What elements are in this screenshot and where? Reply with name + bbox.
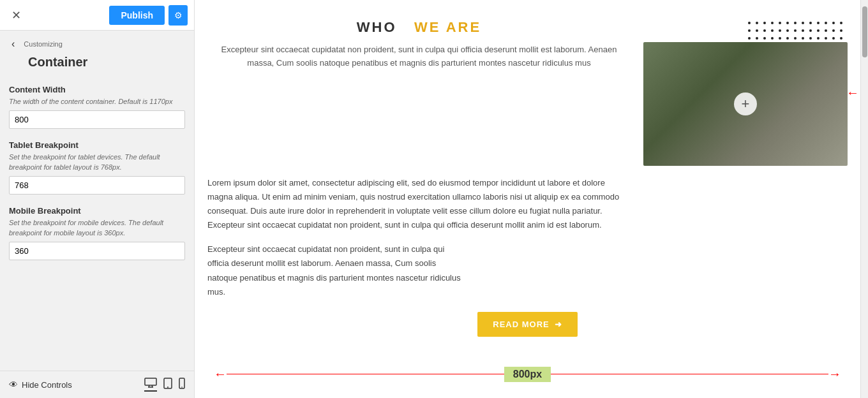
hide-controls-button[interactable]: 👁 Hide Controls — [9, 380, 72, 390]
photo-add-button[interactable]: + — [734, 92, 757, 115]
top-bar: ✕ Publish ⚙ — [0, 0, 194, 31]
content-width-label: Content Width — [9, 85, 185, 94]
excepteur-text: Excepteur sint occaecat cupidatat non pr… — [207, 242, 463, 298]
settings-button[interactable]: ⚙ — [168, 5, 188, 26]
publish-area: Publish ⚙ — [109, 5, 188, 26]
hide-controls-label: Hide Controls — [22, 380, 72, 390]
lorem-text-column: → Lorem ipsum dolor sit amet, consectetu… — [207, 176, 631, 232]
left-panel: ✕ Publish ⚙ ‹ Customizing Container Cont… — [0, 0, 195, 398]
mobile-breakpoint-label: Mobile Breakpoint — [9, 206, 185, 216]
photo-container: + — [643, 42, 848, 166]
mobile-breakpoint-input[interactable] — [9, 242, 185, 260]
close-button[interactable]: ✕ — [6, 6, 26, 25]
lorem-text: Lorem ipsum dolor sit amet, consectetur … — [207, 176, 631, 232]
preview-area: WHO WE ARE Excepteur sint occaecat cupid… — [195, 0, 860, 398]
svg-point-7 — [181, 387, 183, 388]
mobile-breakpoint-desc: Set the breakpoint for mobile devices. T… — [9, 218, 185, 238]
plus-icon: + — [742, 96, 750, 112]
read-more-label: READ MORE — [493, 320, 549, 329]
content-width-input[interactable] — [9, 110, 185, 129]
mobile-device-button[interactable] — [179, 378, 185, 392]
width-line-right — [551, 374, 828, 374]
lorem-section: → Lorem ipsum dolor sit amet, consectetu… — [207, 176, 848, 232]
tablet-breakpoint-group: Tablet Breakpoint Set the breakpoint for… — [9, 140, 185, 195]
mobile-breakpoint-group: Mobile Breakpoint Set the breakpoint for… — [9, 206, 185, 260]
panel-title: Container — [0, 55, 194, 76]
right-width-arrow: → — [828, 367, 841, 381]
breadcrumb-parent: Customizing — [24, 40, 63, 48]
read-more-icon: ➜ — [555, 320, 562, 329]
who-image-column: // dots rendered inline via a pattern + — [643, 19, 848, 166]
panel-footer: 👁 Hide Controls — [0, 371, 194, 398]
svg-rect-0 — [145, 378, 156, 385]
device-icons — [144, 378, 185, 392]
width-label: 800px — [504, 367, 551, 382]
tablet-breakpoint-input[interactable] — [9, 176, 185, 195]
who-title-accent: WE ARE — [414, 19, 481, 35]
content-width-group: Content Width The width of the content c… — [9, 85, 185, 129]
who-subtitle: Excepteur sint occaecat cupidatat non pr… — [207, 43, 631, 70]
lorem-arrow-wrapper: → Lorem ipsum dolor sit amet, consectetu… — [207, 176, 631, 232]
eye-icon: 👁 — [9, 380, 18, 390]
tablet-device-button[interactable] — [163, 378, 172, 392]
desktop-device-button[interactable] — [144, 378, 157, 392]
who-we-are-section: WHO WE ARE Excepteur sint occaecat cupid… — [207, 19, 848, 166]
who-title: WHO WE ARE — [207, 19, 631, 36]
content-width-input-wrapper: ← — [9, 110, 185, 129]
width-line-left — [227, 374, 504, 374]
back-button[interactable]: ‹ — [8, 37, 19, 51]
width-indicator: ← 800px → — [214, 365, 841, 384]
preview-content: WHO WE ARE Excepteur sint occaecat cupid… — [195, 0, 860, 397]
read-more-button[interactable]: READ MORE ➜ — [477, 312, 577, 337]
scrollbar[interactable] — [860, 0, 868, 398]
panel-content: Content Width The width of the content c… — [0, 76, 194, 371]
tablet-breakpoint-label: Tablet Breakpoint — [9, 140, 185, 150]
scrollbar-thumb[interactable] — [862, 6, 867, 57]
svg-point-5 — [167, 387, 168, 388]
lorem-image-spacer — [643, 176, 848, 232]
content-width-desc: The width of the content container. Defa… — [9, 97, 185, 107]
excepteur-section: Excepteur sint occaecat cupidatat non pr… — [207, 242, 463, 298]
publish-button[interactable]: Publish — [109, 6, 165, 25]
read-more-wrapper: READ MORE ➜ — [207, 312, 848, 350]
who-text-column: WHO WE ARE Excepteur sint occaecat cupid… — [207, 19, 631, 166]
left-width-arrow: ← — [214, 367, 227, 381]
right-edge-arrow: ← — [846, 85, 859, 100]
who-title-normal: WHO — [357, 19, 397, 35]
width-arrow-line: ← 800px → — [214, 367, 841, 382]
tablet-breakpoint-desc: Set the breakpoint for tablet devices. T… — [9, 152, 185, 172]
breadcrumb-row: ‹ Customizing — [0, 31, 194, 55]
